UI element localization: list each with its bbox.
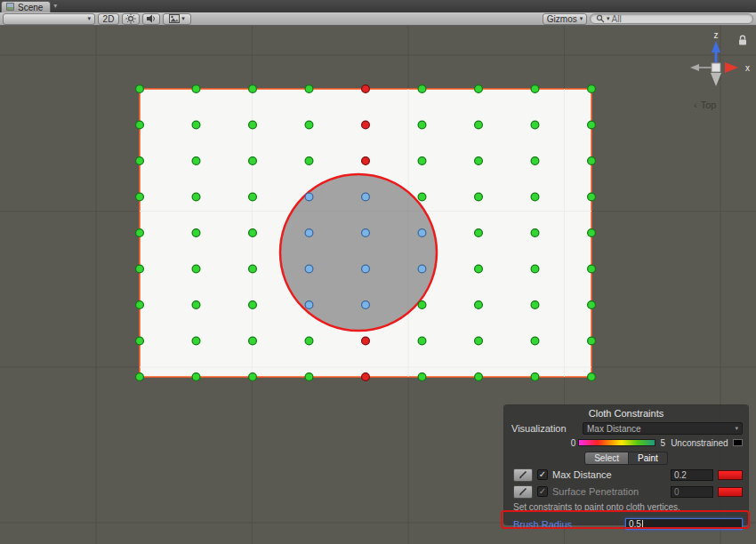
max-distance-color-swatch[interactable] bbox=[718, 470, 743, 480]
cloth-vertex-dot bbox=[588, 229, 596, 237]
cloth-vertex-dot bbox=[475, 193, 483, 201]
brush-radius-field[interactable]: 0.5 bbox=[625, 518, 743, 530]
audio-toggle-button[interactable] bbox=[142, 13, 160, 25]
gizmos-label: Gizmos bbox=[547, 14, 577, 24]
paint-mode-button[interactable]: Paint bbox=[629, 452, 668, 465]
axis-z-arrow[interactable] bbox=[712, 41, 720, 52]
cloth-vertex-dot bbox=[588, 373, 596, 381]
max-distance-gradient-bar bbox=[578, 439, 655, 446]
gradient-min-label: 0 bbox=[568, 438, 575, 448]
lock-icon[interactable] bbox=[736, 34, 749, 46]
cloth-vertex-dot bbox=[418, 229, 426, 237]
unconstrained-label: Unconstrained bbox=[671, 438, 728, 448]
surface-penetration-brush-button[interactable] bbox=[513, 485, 533, 499]
max-distance-brush-button[interactable] bbox=[513, 468, 533, 482]
visualization-label: Visualization bbox=[511, 423, 583, 434]
cloth-vertex-dot bbox=[531, 229, 539, 237]
cloth-vertex-dot bbox=[531, 265, 539, 273]
chevron-down-icon: ▾ bbox=[735, 424, 738, 433]
cloth-vertex-dot bbox=[249, 337, 257, 345]
cloth-vertex-dot bbox=[362, 193, 370, 201]
max-distance-row: ✓ Max Distance 0.2 bbox=[513, 468, 743, 482]
cloth-vertex-dot bbox=[418, 157, 426, 165]
search-scope-label: All bbox=[612, 14, 622, 24]
chevron-down-icon: ▾ bbox=[87, 14, 91, 23]
visualization-row: Visualization Max Distance ▾ bbox=[511, 422, 743, 435]
cloth-vertex-dot bbox=[305, 337, 313, 345]
cloth-vertex-dot bbox=[588, 265, 596, 273]
visualization-dropdown[interactable]: Max Distance ▾ bbox=[583, 422, 743, 435]
cloth-vertex-dot bbox=[362, 373, 370, 381]
cloth-vertex-dot bbox=[531, 85, 539, 93]
max-distance-value-field[interactable]: 0.2 bbox=[671, 469, 713, 481]
orientation-label[interactable]: ‹ Top bbox=[694, 100, 716, 110]
mode-buttons: Select Paint bbox=[504, 452, 748, 465]
cloth-vertex-dot bbox=[192, 193, 200, 201]
cloth-vertex-dot bbox=[305, 265, 313, 273]
tab-menu-arrow-icon[interactable]: ▾ bbox=[53, 0, 57, 12]
axis-center-cube[interactable] bbox=[712, 63, 720, 72]
cloth-vertex-dot bbox=[588, 193, 596, 201]
cloth-vertex-dot bbox=[418, 373, 426, 381]
chevron-down-icon: ▾ bbox=[181, 14, 185, 23]
cloth-vertex-dot bbox=[531, 373, 539, 381]
cloth-vertex-dot bbox=[249, 373, 257, 381]
cloth-vertex-dot bbox=[136, 337, 144, 345]
unconstrained-color-swatch[interactable] bbox=[733, 439, 743, 446]
cloth-vertex-dot bbox=[136, 301, 144, 309]
chevron-down-icon: ▾ bbox=[580, 14, 583, 23]
cloth-vertex-dot bbox=[192, 229, 200, 237]
cloth-vertex-dot bbox=[588, 157, 596, 165]
cloth-vertex-dot bbox=[136, 265, 144, 273]
scene-viewport: z x ‹ Top Cloth Constraints Visualizatio… bbox=[0, 26, 756, 544]
cloth-vertex-dot bbox=[475, 301, 483, 309]
surface-penetration-label: Surface Penetration bbox=[552, 486, 666, 497]
brush-radius-row: Brush Radius 0.5 bbox=[513, 517, 743, 531]
effects-dropdown[interactable]: ▾ bbox=[163, 13, 191, 25]
surface-penetration-value-field[interactable]: 0 bbox=[671, 486, 713, 498]
cloth-vertex-dot bbox=[531, 157, 539, 165]
max-distance-checkbox[interactable]: ✓ bbox=[537, 469, 548, 480]
cloth-vertex-dot bbox=[249, 301, 257, 309]
max-distance-label: Max Distance bbox=[552, 469, 666, 480]
tab-bar: Scene ▾ bbox=[0, 0, 756, 12]
axis-down-cone[interactable] bbox=[711, 73, 721, 86]
search-field[interactable]: ▾ All bbox=[590, 13, 753, 24]
chevron-down-icon: ▾ bbox=[607, 14, 610, 23]
tab-scene[interactable]: Scene bbox=[1, 1, 51, 12]
cloth-vertex-dot bbox=[249, 85, 257, 93]
cloth-vertex-dot bbox=[362, 121, 370, 129]
cloth-vertex-dot bbox=[531, 121, 539, 129]
audio-speaker-icon bbox=[146, 13, 157, 24]
cloth-vertex-dot bbox=[305, 373, 313, 381]
surface-penetration-color-swatch[interactable] bbox=[718, 487, 743, 497]
axis-x-cone[interactable] bbox=[725, 62, 738, 73]
cloth-vertex-dot bbox=[475, 121, 483, 129]
cloth-vertex-dot bbox=[136, 373, 144, 381]
panel-title: Cloth Constraints bbox=[504, 405, 748, 420]
cloth-vertex-dot bbox=[362, 301, 370, 309]
cloth-vertex-dot bbox=[249, 229, 257, 237]
cloth-vertex-dot bbox=[362, 265, 370, 273]
axis-left-arrow[interactable] bbox=[690, 64, 699, 71]
lighting-toggle-button[interactable] bbox=[122, 13, 140, 25]
cloth-vertex-dot bbox=[192, 301, 200, 309]
cloth-vertex-dot bbox=[475, 337, 483, 345]
cloth-vertex-dot bbox=[362, 337, 370, 345]
cloth-vertex-dot bbox=[531, 337, 539, 345]
cloth-vertex-dot bbox=[418, 193, 426, 201]
paint-brush-icon bbox=[518, 469, 528, 480]
cloth-vertex-dot bbox=[136, 157, 144, 165]
cloth-vertex-dot bbox=[305, 121, 313, 129]
cloth-vertex-dot bbox=[362, 85, 370, 93]
select-mode-button[interactable]: Select bbox=[584, 452, 629, 465]
draw-mode-dropdown[interactable]: ▾ bbox=[3, 13, 95, 25]
surface-penetration-checkbox[interactable]: ✓ bbox=[537, 486, 548, 497]
gizmos-dropdown[interactable]: Gizmos ▾ bbox=[543, 13, 587, 25]
text-cursor bbox=[642, 520, 643, 528]
cloth-vertex-dot bbox=[475, 157, 483, 165]
cloth-constraints-panel: Cloth Constraints Visualization Max Dist… bbox=[504, 405, 748, 524]
brush-radius-value: 0.5 bbox=[629, 519, 641, 529]
2d-toggle-button[interactable]: 2D bbox=[98, 13, 119, 25]
cloth-vertex-dot bbox=[249, 193, 257, 201]
